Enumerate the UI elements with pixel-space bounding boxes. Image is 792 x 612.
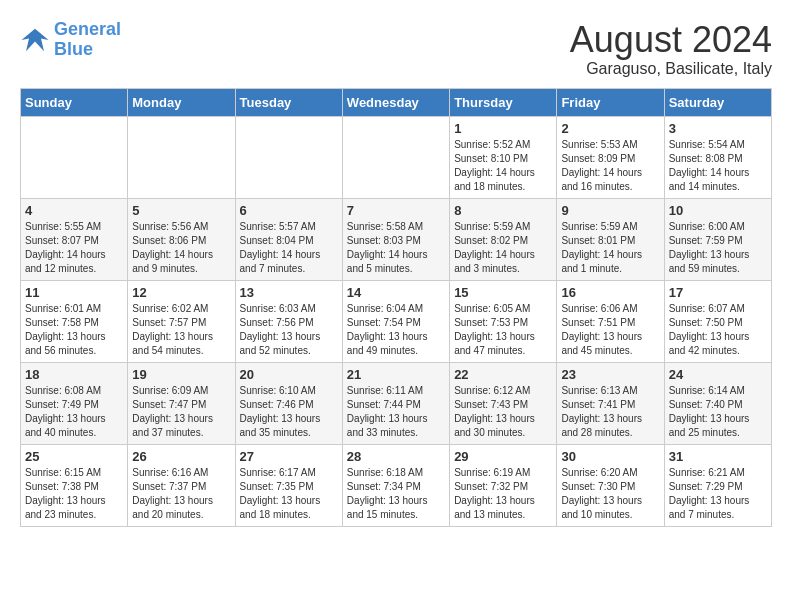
day-number: 10 <box>669 203 767 218</box>
calendar-week-row: 11Sunrise: 6:01 AM Sunset: 7:58 PM Dayli… <box>21 280 772 362</box>
calendar-week-row: 4Sunrise: 5:55 AM Sunset: 8:07 PM Daylig… <box>21 198 772 280</box>
day-info: Sunrise: 5:54 AM Sunset: 8:08 PM Dayligh… <box>669 138 767 194</box>
day-number: 24 <box>669 367 767 382</box>
page-header: General Blue August 2024 Garaguso, Basil… <box>20 20 772 78</box>
day-number: 20 <box>240 367 338 382</box>
day-info: Sunrise: 5:59 AM Sunset: 8:02 PM Dayligh… <box>454 220 552 276</box>
day-info: Sunrise: 6:06 AM Sunset: 7:51 PM Dayligh… <box>561 302 659 358</box>
calendar-cell: 28Sunrise: 6:18 AM Sunset: 7:34 PM Dayli… <box>342 444 449 526</box>
calendar-cell: 7Sunrise: 5:58 AM Sunset: 8:03 PM Daylig… <box>342 198 449 280</box>
calendar-cell: 25Sunrise: 6:15 AM Sunset: 7:38 PM Dayli… <box>21 444 128 526</box>
day-number: 26 <box>132 449 230 464</box>
calendar-cell: 14Sunrise: 6:04 AM Sunset: 7:54 PM Dayli… <box>342 280 449 362</box>
day-info: Sunrise: 6:12 AM Sunset: 7:43 PM Dayligh… <box>454 384 552 440</box>
calendar-cell: 3Sunrise: 5:54 AM Sunset: 8:08 PM Daylig… <box>664 116 771 198</box>
calendar-cell: 13Sunrise: 6:03 AM Sunset: 7:56 PM Dayli… <box>235 280 342 362</box>
calendar-cell: 19Sunrise: 6:09 AM Sunset: 7:47 PM Dayli… <box>128 362 235 444</box>
calendar-cell: 20Sunrise: 6:10 AM Sunset: 7:46 PM Dayli… <box>235 362 342 444</box>
day-number: 13 <box>240 285 338 300</box>
day-number: 9 <box>561 203 659 218</box>
logo: General Blue <box>20 20 121 60</box>
weekday-header-tuesday: Tuesday <box>235 88 342 116</box>
weekday-header-friday: Friday <box>557 88 664 116</box>
day-number: 8 <box>454 203 552 218</box>
day-info: Sunrise: 5:52 AM Sunset: 8:10 PM Dayligh… <box>454 138 552 194</box>
day-number: 17 <box>669 285 767 300</box>
day-number: 15 <box>454 285 552 300</box>
day-number: 16 <box>561 285 659 300</box>
weekday-header-sunday: Sunday <box>21 88 128 116</box>
day-info: Sunrise: 6:04 AM Sunset: 7:54 PM Dayligh… <box>347 302 445 358</box>
day-info: Sunrise: 6:20 AM Sunset: 7:30 PM Dayligh… <box>561 466 659 522</box>
day-info: Sunrise: 6:07 AM Sunset: 7:50 PM Dayligh… <box>669 302 767 358</box>
day-info: Sunrise: 6:00 AM Sunset: 7:59 PM Dayligh… <box>669 220 767 276</box>
day-info: Sunrise: 5:59 AM Sunset: 8:01 PM Dayligh… <box>561 220 659 276</box>
day-info: Sunrise: 6:17 AM Sunset: 7:35 PM Dayligh… <box>240 466 338 522</box>
day-number: 25 <box>25 449 123 464</box>
day-number: 27 <box>240 449 338 464</box>
calendar-week-row: 25Sunrise: 6:15 AM Sunset: 7:38 PM Dayli… <box>21 444 772 526</box>
weekday-header-thursday: Thursday <box>450 88 557 116</box>
day-number: 12 <box>132 285 230 300</box>
weekday-header-row: SundayMondayTuesdayWednesdayThursdayFrid… <box>21 88 772 116</box>
day-number: 29 <box>454 449 552 464</box>
calendar-cell: 9Sunrise: 5:59 AM Sunset: 8:01 PM Daylig… <box>557 198 664 280</box>
day-number: 21 <box>347 367 445 382</box>
day-number: 5 <box>132 203 230 218</box>
calendar-cell: 4Sunrise: 5:55 AM Sunset: 8:07 PM Daylig… <box>21 198 128 280</box>
day-info: Sunrise: 5:58 AM Sunset: 8:03 PM Dayligh… <box>347 220 445 276</box>
logo-icon <box>20 25 50 55</box>
day-info: Sunrise: 6:03 AM Sunset: 7:56 PM Dayligh… <box>240 302 338 358</box>
calendar-cell: 17Sunrise: 6:07 AM Sunset: 7:50 PM Dayli… <box>664 280 771 362</box>
day-number: 28 <box>347 449 445 464</box>
day-number: 3 <box>669 121 767 136</box>
calendar-cell: 18Sunrise: 6:08 AM Sunset: 7:49 PM Dayli… <box>21 362 128 444</box>
calendar-cell <box>235 116 342 198</box>
calendar-cell: 10Sunrise: 6:00 AM Sunset: 7:59 PM Dayli… <box>664 198 771 280</box>
calendar-cell: 12Sunrise: 6:02 AM Sunset: 7:57 PM Dayli… <box>128 280 235 362</box>
calendar-cell: 2Sunrise: 5:53 AM Sunset: 8:09 PM Daylig… <box>557 116 664 198</box>
day-number: 11 <box>25 285 123 300</box>
calendar-table: SundayMondayTuesdayWednesdayThursdayFrid… <box>20 88 772 527</box>
day-info: Sunrise: 5:56 AM Sunset: 8:06 PM Dayligh… <box>132 220 230 276</box>
svg-marker-0 <box>22 29 49 52</box>
day-number: 6 <box>240 203 338 218</box>
day-number: 19 <box>132 367 230 382</box>
calendar-cell: 26Sunrise: 6:16 AM Sunset: 7:37 PM Dayli… <box>128 444 235 526</box>
day-number: 18 <box>25 367 123 382</box>
calendar-cell <box>128 116 235 198</box>
day-info: Sunrise: 5:53 AM Sunset: 8:09 PM Dayligh… <box>561 138 659 194</box>
calendar-cell <box>342 116 449 198</box>
day-number: 1 <box>454 121 552 136</box>
calendar-cell: 27Sunrise: 6:17 AM Sunset: 7:35 PM Dayli… <box>235 444 342 526</box>
day-info: Sunrise: 6:08 AM Sunset: 7:49 PM Dayligh… <box>25 384 123 440</box>
day-info: Sunrise: 6:01 AM Sunset: 7:58 PM Dayligh… <box>25 302 123 358</box>
day-info: Sunrise: 6:10 AM Sunset: 7:46 PM Dayligh… <box>240 384 338 440</box>
calendar-cell: 29Sunrise: 6:19 AM Sunset: 7:32 PM Dayli… <box>450 444 557 526</box>
day-number: 14 <box>347 285 445 300</box>
calendar-cell: 31Sunrise: 6:21 AM Sunset: 7:29 PM Dayli… <box>664 444 771 526</box>
day-number: 4 <box>25 203 123 218</box>
day-number: 7 <box>347 203 445 218</box>
calendar-cell: 6Sunrise: 5:57 AM Sunset: 8:04 PM Daylig… <box>235 198 342 280</box>
title-block: August 2024 Garaguso, Basilicate, Italy <box>570 20 772 78</box>
day-info: Sunrise: 6:16 AM Sunset: 7:37 PM Dayligh… <box>132 466 230 522</box>
calendar-cell: 22Sunrise: 6:12 AM Sunset: 7:43 PM Dayli… <box>450 362 557 444</box>
calendar-cell: 5Sunrise: 5:56 AM Sunset: 8:06 PM Daylig… <box>128 198 235 280</box>
day-info: Sunrise: 6:18 AM Sunset: 7:34 PM Dayligh… <box>347 466 445 522</box>
day-info: Sunrise: 6:21 AM Sunset: 7:29 PM Dayligh… <box>669 466 767 522</box>
month-year-title: August 2024 <box>570 20 772 60</box>
day-info: Sunrise: 6:09 AM Sunset: 7:47 PM Dayligh… <box>132 384 230 440</box>
day-info: Sunrise: 6:19 AM Sunset: 7:32 PM Dayligh… <box>454 466 552 522</box>
weekday-header-monday: Monday <box>128 88 235 116</box>
weekday-header-saturday: Saturday <box>664 88 771 116</box>
day-number: 23 <box>561 367 659 382</box>
day-number: 31 <box>669 449 767 464</box>
day-info: Sunrise: 6:02 AM Sunset: 7:57 PM Dayligh… <box>132 302 230 358</box>
calendar-cell: 21Sunrise: 6:11 AM Sunset: 7:44 PM Dayli… <box>342 362 449 444</box>
day-info: Sunrise: 5:55 AM Sunset: 8:07 PM Dayligh… <box>25 220 123 276</box>
day-info: Sunrise: 6:14 AM Sunset: 7:40 PM Dayligh… <box>669 384 767 440</box>
calendar-cell: 8Sunrise: 5:59 AM Sunset: 8:02 PM Daylig… <box>450 198 557 280</box>
day-number: 2 <box>561 121 659 136</box>
location-subtitle: Garaguso, Basilicate, Italy <box>570 60 772 78</box>
